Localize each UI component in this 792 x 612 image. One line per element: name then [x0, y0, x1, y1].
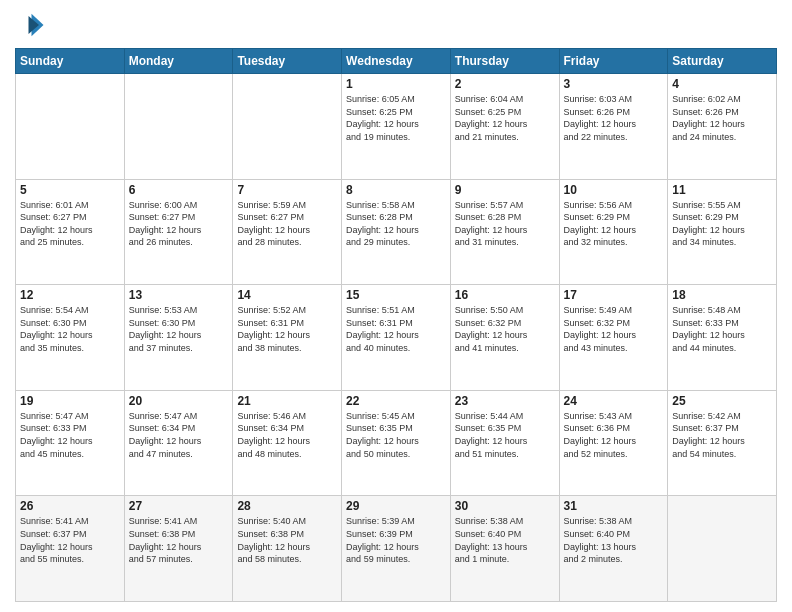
day-number: 4 — [672, 77, 772, 91]
day-info: Sunrise: 5:41 AMSunset: 6:38 PMDaylight:… — [129, 515, 229, 565]
day-number: 10 — [564, 183, 664, 197]
day-number: 12 — [20, 288, 120, 302]
day-info: Sunrise: 5:57 AMSunset: 6:28 PMDaylight:… — [455, 199, 555, 249]
day-number: 14 — [237, 288, 337, 302]
calendar-cell: 16Sunrise: 5:50 AMSunset: 6:32 PMDayligh… — [450, 285, 559, 391]
calendar-cell: 3Sunrise: 6:03 AMSunset: 6:26 PMDaylight… — [559, 74, 668, 180]
day-number: 24 — [564, 394, 664, 408]
calendar-cell: 22Sunrise: 5:45 AMSunset: 6:35 PMDayligh… — [342, 390, 451, 496]
day-info: Sunrise: 5:51 AMSunset: 6:31 PMDaylight:… — [346, 304, 446, 354]
calendar-cell: 2Sunrise: 6:04 AMSunset: 6:25 PMDaylight… — [450, 74, 559, 180]
calendar-cell: 1Sunrise: 6:05 AMSunset: 6:25 PMDaylight… — [342, 74, 451, 180]
day-info: Sunrise: 5:58 AMSunset: 6:28 PMDaylight:… — [346, 199, 446, 249]
calendar-cell — [16, 74, 125, 180]
day-info: Sunrise: 5:43 AMSunset: 6:36 PMDaylight:… — [564, 410, 664, 460]
day-info: Sunrise: 5:52 AMSunset: 6:31 PMDaylight:… — [237, 304, 337, 354]
weekday-header-tuesday: Tuesday — [233, 49, 342, 74]
day-number: 11 — [672, 183, 772, 197]
header — [15, 10, 777, 40]
day-number: 3 — [564, 77, 664, 91]
calendar-cell: 13Sunrise: 5:53 AMSunset: 6:30 PMDayligh… — [124, 285, 233, 391]
calendar-cell: 5Sunrise: 6:01 AMSunset: 6:27 PMDaylight… — [16, 179, 125, 285]
day-info: Sunrise: 5:50 AMSunset: 6:32 PMDaylight:… — [455, 304, 555, 354]
calendar-cell: 31Sunrise: 5:38 AMSunset: 6:40 PMDayligh… — [559, 496, 668, 602]
day-info: Sunrise: 6:03 AMSunset: 6:26 PMDaylight:… — [564, 93, 664, 143]
day-number: 18 — [672, 288, 772, 302]
calendar-cell: 17Sunrise: 5:49 AMSunset: 6:32 PMDayligh… — [559, 285, 668, 391]
calendar-cell: 7Sunrise: 5:59 AMSunset: 6:27 PMDaylight… — [233, 179, 342, 285]
day-info: Sunrise: 5:49 AMSunset: 6:32 PMDaylight:… — [564, 304, 664, 354]
calendar-cell: 23Sunrise: 5:44 AMSunset: 6:35 PMDayligh… — [450, 390, 559, 496]
calendar-cell: 20Sunrise: 5:47 AMSunset: 6:34 PMDayligh… — [124, 390, 233, 496]
day-number: 5 — [20, 183, 120, 197]
calendar: SundayMondayTuesdayWednesdayThursdayFrid… — [15, 48, 777, 602]
day-info: Sunrise: 6:01 AMSunset: 6:27 PMDaylight:… — [20, 199, 120, 249]
day-info: Sunrise: 5:40 AMSunset: 6:38 PMDaylight:… — [237, 515, 337, 565]
calendar-cell: 24Sunrise: 5:43 AMSunset: 6:36 PMDayligh… — [559, 390, 668, 496]
day-number: 21 — [237, 394, 337, 408]
day-info: Sunrise: 5:47 AMSunset: 6:33 PMDaylight:… — [20, 410, 120, 460]
calendar-week-5: 26Sunrise: 5:41 AMSunset: 6:37 PMDayligh… — [16, 496, 777, 602]
day-info: Sunrise: 5:41 AMSunset: 6:37 PMDaylight:… — [20, 515, 120, 565]
day-info: Sunrise: 5:53 AMSunset: 6:30 PMDaylight:… — [129, 304, 229, 354]
weekday-header-wednesday: Wednesday — [342, 49, 451, 74]
weekday-header-thursday: Thursday — [450, 49, 559, 74]
day-number: 16 — [455, 288, 555, 302]
day-number: 1 — [346, 77, 446, 91]
day-number: 20 — [129, 394, 229, 408]
weekday-header-friday: Friday — [559, 49, 668, 74]
day-info: Sunrise: 5:38 AMSunset: 6:40 PMDaylight:… — [564, 515, 664, 565]
day-number: 25 — [672, 394, 772, 408]
day-info: Sunrise: 5:56 AMSunset: 6:29 PMDaylight:… — [564, 199, 664, 249]
calendar-cell: 30Sunrise: 5:38 AMSunset: 6:40 PMDayligh… — [450, 496, 559, 602]
day-number: 8 — [346, 183, 446, 197]
day-info: Sunrise: 5:55 AMSunset: 6:29 PMDaylight:… — [672, 199, 772, 249]
calendar-cell: 19Sunrise: 5:47 AMSunset: 6:33 PMDayligh… — [16, 390, 125, 496]
day-info: Sunrise: 5:46 AMSunset: 6:34 PMDaylight:… — [237, 410, 337, 460]
day-info: Sunrise: 6:02 AMSunset: 6:26 PMDaylight:… — [672, 93, 772, 143]
day-number: 31 — [564, 499, 664, 513]
calendar-cell: 8Sunrise: 5:58 AMSunset: 6:28 PMDaylight… — [342, 179, 451, 285]
day-info: Sunrise: 5:47 AMSunset: 6:34 PMDaylight:… — [129, 410, 229, 460]
calendar-cell: 9Sunrise: 5:57 AMSunset: 6:28 PMDaylight… — [450, 179, 559, 285]
day-number: 6 — [129, 183, 229, 197]
day-number: 2 — [455, 77, 555, 91]
calendar-cell: 27Sunrise: 5:41 AMSunset: 6:38 PMDayligh… — [124, 496, 233, 602]
weekday-header-sunday: Sunday — [16, 49, 125, 74]
calendar-cell: 21Sunrise: 5:46 AMSunset: 6:34 PMDayligh… — [233, 390, 342, 496]
calendar-cell: 14Sunrise: 5:52 AMSunset: 6:31 PMDayligh… — [233, 285, 342, 391]
day-number: 17 — [564, 288, 664, 302]
weekday-header-monday: Monday — [124, 49, 233, 74]
day-info: Sunrise: 5:54 AMSunset: 6:30 PMDaylight:… — [20, 304, 120, 354]
day-info: Sunrise: 5:42 AMSunset: 6:37 PMDaylight:… — [672, 410, 772, 460]
logo — [15, 10, 49, 40]
day-number: 27 — [129, 499, 229, 513]
calendar-cell: 11Sunrise: 5:55 AMSunset: 6:29 PMDayligh… — [668, 179, 777, 285]
calendar-cell — [668, 496, 777, 602]
calendar-cell — [124, 74, 233, 180]
logo-icon — [15, 10, 45, 40]
weekday-header-saturday: Saturday — [668, 49, 777, 74]
calendar-cell: 26Sunrise: 5:41 AMSunset: 6:37 PMDayligh… — [16, 496, 125, 602]
day-number: 23 — [455, 394, 555, 408]
day-info: Sunrise: 5:38 AMSunset: 6:40 PMDaylight:… — [455, 515, 555, 565]
calendar-cell: 28Sunrise: 5:40 AMSunset: 6:38 PMDayligh… — [233, 496, 342, 602]
day-info: Sunrise: 6:04 AMSunset: 6:25 PMDaylight:… — [455, 93, 555, 143]
day-info: Sunrise: 5:39 AMSunset: 6:39 PMDaylight:… — [346, 515, 446, 565]
day-info: Sunrise: 6:00 AMSunset: 6:27 PMDaylight:… — [129, 199, 229, 249]
calendar-cell: 6Sunrise: 6:00 AMSunset: 6:27 PMDaylight… — [124, 179, 233, 285]
calendar-cell: 29Sunrise: 5:39 AMSunset: 6:39 PMDayligh… — [342, 496, 451, 602]
calendar-week-4: 19Sunrise: 5:47 AMSunset: 6:33 PMDayligh… — [16, 390, 777, 496]
page: SundayMondayTuesdayWednesdayThursdayFrid… — [0, 0, 792, 612]
day-info: Sunrise: 5:44 AMSunset: 6:35 PMDaylight:… — [455, 410, 555, 460]
calendar-week-1: 1Sunrise: 6:05 AMSunset: 6:25 PMDaylight… — [16, 74, 777, 180]
calendar-cell — [233, 74, 342, 180]
calendar-cell: 15Sunrise: 5:51 AMSunset: 6:31 PMDayligh… — [342, 285, 451, 391]
calendar-week-2: 5Sunrise: 6:01 AMSunset: 6:27 PMDaylight… — [16, 179, 777, 285]
calendar-cell: 18Sunrise: 5:48 AMSunset: 6:33 PMDayligh… — [668, 285, 777, 391]
day-number: 29 — [346, 499, 446, 513]
day-number: 9 — [455, 183, 555, 197]
calendar-week-3: 12Sunrise: 5:54 AMSunset: 6:30 PMDayligh… — [16, 285, 777, 391]
day-info: Sunrise: 5:45 AMSunset: 6:35 PMDaylight:… — [346, 410, 446, 460]
calendar-cell: 25Sunrise: 5:42 AMSunset: 6:37 PMDayligh… — [668, 390, 777, 496]
